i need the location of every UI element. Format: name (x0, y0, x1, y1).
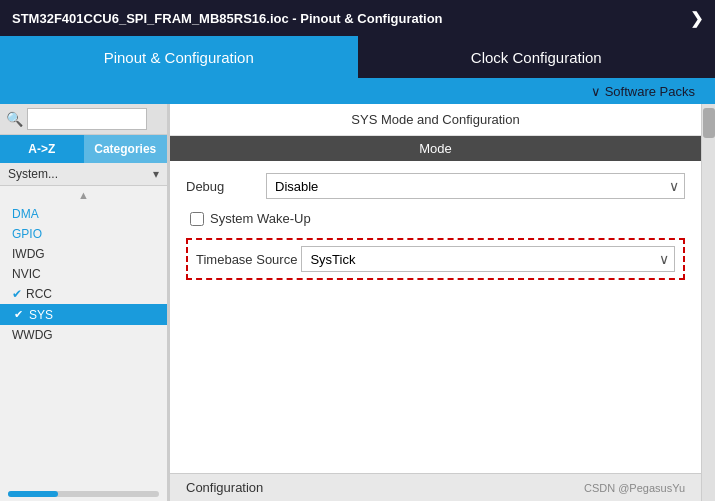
content-area: SYS Mode and Configuration Mode Debug Di… (168, 104, 701, 501)
dropdown-arrow-icon: ▾ (153, 167, 159, 181)
timebase-select[interactable]: SysTick TIM1 TIM2 TIM3 TIM4 TIM5 (301, 246, 675, 272)
debug-label: Debug (186, 179, 266, 194)
sidebar: 🔍 A->Z Categories System... ▾ ▲ DMA GPIO (0, 104, 168, 501)
search-input[interactable] (27, 108, 147, 130)
sidebar-item-wwdg[interactable]: WWDG (0, 325, 167, 345)
scrollbar-thumb (8, 491, 58, 497)
tab-pinout[interactable]: Pinout & Configuration (0, 36, 358, 78)
sys-check-icon: ✔ (12, 307, 25, 322)
sidebar-item-sys[interactable]: ✔ SYS (0, 304, 167, 325)
watermark-text: CSDN @PegasusYu (584, 482, 685, 494)
sidebar-item-iwdg[interactable]: IWDG (0, 244, 167, 264)
debug-row: Debug Disable Trace Asynchronous Sw Seri… (186, 173, 685, 199)
tab-clock[interactable]: Clock Configuration (358, 36, 716, 78)
scrollbar-track (8, 491, 159, 497)
content-body: Debug Disable Trace Asynchronous Sw Seri… (170, 161, 701, 473)
system-wakeup-row: System Wake-Up (190, 211, 685, 226)
content-footer: Configuration CSDN @PegasusYu (170, 473, 701, 501)
timebase-row: Timebase Source SysTick TIM1 TIM2 TIM3 T… (186, 238, 685, 280)
mode-section-header: Mode (170, 136, 701, 161)
title-text: STM32F401CCU6_SPI_FRAM_MB85RS16.ioc - Pi… (12, 11, 443, 26)
search-bar: 🔍 (0, 104, 167, 135)
timebase-select-wrap: SysTick TIM1 TIM2 TIM3 TIM4 TIM5 ∨ (301, 246, 675, 272)
title-bar: STM32F401CCU6_SPI_FRAM_MB85RS16.ioc - Pi… (0, 0, 715, 36)
sidebar-items: DMA GPIO IWDG NVIC ✔ RCC ✔ SYS WWDG (0, 204, 167, 345)
search-icon: 🔍 (6, 111, 23, 127)
sidebar-btn-row: A->Z Categories (0, 135, 167, 163)
timebase-label: Timebase Source (196, 252, 297, 267)
main-layout: 🔍 A->Z Categories System... ▾ ▲ DMA GPIO (0, 104, 715, 501)
debug-select[interactable]: Disable Trace Asynchronous Sw Serial Wir… (266, 173, 685, 199)
right-scrollbar[interactable] (701, 104, 715, 501)
debug-select-wrap: Disable Trace Asynchronous Sw Serial Wir… (266, 173, 685, 199)
content-header: SYS Mode and Configuration (170, 104, 701, 136)
system-wakeup-checkbox[interactable] (190, 212, 204, 226)
sidebar-expand-icon: ▲ (0, 186, 167, 204)
sidebar-scrollbar[interactable] (0, 487, 167, 501)
sidebar-item-dma[interactable]: DMA (0, 204, 167, 224)
sidebar-item-gpio[interactable]: GPIO (0, 224, 167, 244)
system-wakeup-label: System Wake-Up (210, 211, 311, 226)
config-section-label: Configuration (186, 480, 263, 495)
sidebar-az-button[interactable]: A->Z (0, 135, 84, 163)
right-scrollbar-thumb (703, 108, 715, 138)
sidebar-categories-button[interactable]: Categories (84, 135, 168, 163)
software-packs-bar[interactable]: ∨ Software Packs (0, 78, 715, 104)
sidebar-item-nvic[interactable]: NVIC (0, 264, 167, 284)
title-chevron: ❯ (690, 9, 703, 28)
sidebar-system-dropdown[interactable]: System... ▾ (0, 163, 167, 186)
tab-bar: Pinout & Configuration Clock Configurati… (0, 36, 715, 78)
rcc-check-icon: ✔ (12, 287, 22, 301)
sidebar-item-rcc[interactable]: ✔ RCC (0, 284, 167, 304)
